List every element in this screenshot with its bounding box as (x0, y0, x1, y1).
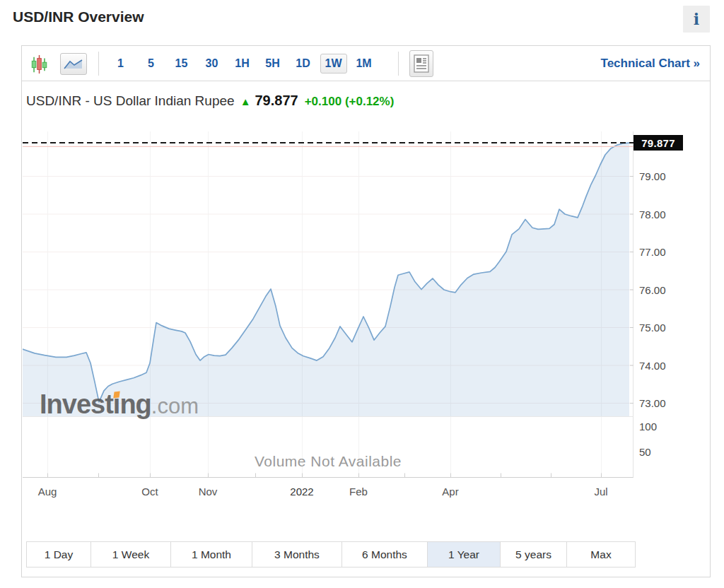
price-axis-label: 78.00 (639, 208, 666, 220)
page-title: USD/INR Overview (13, 8, 144, 25)
interval-label: 1H (230, 54, 254, 74)
period-selector: 1 Day1 Week1 Month3 Months6 Months1 Year… (26, 541, 636, 568)
line-chart-button[interactable] (60, 53, 87, 75)
instrument-name: USD/INR - US Dollar Indian Rupee (26, 93, 235, 109)
news-panel-icon (414, 54, 429, 73)
price-axis-label: 77.00 (639, 246, 666, 258)
interval-label: 1W (320, 54, 347, 74)
price-axis-label: 74.00 (639, 359, 666, 371)
toolbar-separator (398, 52, 399, 76)
period-3-months[interactable]: 3 Months (252, 542, 342, 567)
toolbar-separator (98, 52, 99, 76)
watermark-logo: Investing.com (40, 389, 199, 420)
price-axis-label: 76.00 (639, 283, 666, 295)
price-axis-label: 75.00 (639, 322, 666, 334)
time-axis-label: Jul (594, 486, 607, 498)
interval-1w[interactable]: 1W (318, 54, 349, 74)
watermark-text: Investing (40, 389, 151, 419)
period-max[interactable]: Max (567, 542, 635, 567)
news-panel-button[interactable] (409, 50, 433, 77)
volume-axis-label: 100 (639, 421, 657, 433)
time-axis-label: Nov (199, 486, 218, 498)
last-price-badge: 79.877 (634, 135, 683, 151)
candlestick-chart-icon[interactable] (31, 54, 48, 74)
period-1-year[interactable]: 1 Year (428, 542, 501, 567)
interval-1h[interactable]: 1H (227, 54, 257, 74)
period-6-months[interactable]: 6 Months (342, 542, 428, 567)
interval-group: 1515301H5H1D1W1M (105, 46, 379, 81)
interval-label: 1 (112, 54, 129, 74)
last-price: 79.877 (255, 93, 298, 109)
period-1-week[interactable]: 1 Week (91, 542, 171, 567)
period-1-day[interactable]: 1 Day (27, 542, 91, 567)
watermark-suffix: .com (151, 394, 199, 418)
interval-5h[interactable]: 5H (257, 54, 288, 74)
price-chart[interactable] (23, 131, 634, 478)
info-icon: i (694, 10, 699, 28)
time-axis-label: Oct (141, 486, 158, 498)
interval-1[interactable]: 1 (105, 54, 136, 74)
line-chart-icon (64, 58, 83, 71)
chart-toolbar: 1515301H5H1D1W1M Technical Chart » (22, 46, 710, 81)
volume-axis-label: 50 (639, 446, 651, 458)
instrument-header: USD/INR - US Dollar Indian Rupee ▲ 79.87… (26, 93, 394, 109)
time-axis-label: Aug (38, 486, 57, 498)
info-button[interactable]: i (683, 6, 710, 33)
period-1-month[interactable]: 1 Month (171, 542, 252, 567)
technical-chart-link[interactable]: Technical Chart » (601, 57, 700, 71)
price-change: +0.100 (+0.12%) (305, 95, 395, 109)
usd-inr-overview-widget: USD/INR Overview i 1515301H5H1D1W1M (0, 0, 724, 588)
watermark-orange-dot: ing (113, 389, 151, 420)
interval-1m[interactable]: 1M (349, 54, 379, 74)
interval-label: 1M (351, 54, 376, 74)
interval-1d[interactable]: 1D (288, 54, 318, 74)
interval-label: 30 (201, 54, 223, 74)
price-axis-label: 79.00 (639, 170, 666, 182)
period-5-years[interactable]: 5 years (501, 542, 567, 567)
interval-15[interactable]: 15 (166, 54, 197, 74)
interval-label: 5 (143, 54, 159, 74)
interval-label: 15 (170, 54, 193, 74)
up-arrow-icon: ▲ (240, 95, 251, 107)
volume-note: Volume Not Available (255, 453, 402, 470)
time-axis-label: Apr (442, 486, 458, 498)
chart-card: 1515301H5H1D1W1M Technical Chart » USD/I… (21, 45, 711, 577)
interval-label: 1D (291, 54, 315, 74)
interval-30[interactable]: 30 (197, 54, 227, 74)
time-axis-label: Feb (349, 486, 368, 498)
interval-5[interactable]: 5 (136, 54, 166, 74)
price-axis-label: 73.00 (639, 397, 666, 409)
interval-label: 5H (260, 54, 284, 74)
time-axis-label: 2022 (290, 486, 313, 498)
